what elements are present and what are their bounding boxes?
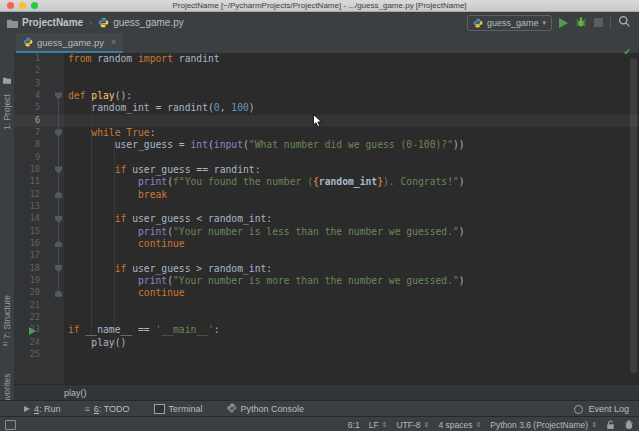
run-toolwindow-icon	[24, 406, 30, 412]
editor-scrollbar[interactable]	[630, 58, 637, 373]
run-line-gutter-icon[interactable]	[29, 327, 36, 335]
code-line[interactable]: continue	[68, 238, 465, 250]
code-lines[interactable]: from random import randintdef play(): ra…	[68, 53, 465, 361]
chevron-down-icon: ▾	[542, 19, 546, 27]
code-line[interactable]	[68, 115, 465, 127]
run-configuration-name: guess_game	[487, 18, 539, 28]
gutter-line-number[interactable]: 14	[14, 213, 40, 225]
code-line[interactable]	[68, 349, 465, 361]
context-breadcrumb-bar: play()	[14, 384, 639, 401]
code-editor[interactable]: 1234567891011121314151617181920212223242…	[14, 53, 639, 384]
gutter-line-number[interactable]: 21	[14, 300, 40, 312]
caret-position-widget[interactable]: 6:1	[348, 420, 360, 430]
toolwindow-event-log[interactable]: Event Log	[574, 404, 629, 414]
lock-icon[interactable]	[606, 420, 615, 430]
window-title: ProjectName [~/PycharmProjects/ProjectNa…	[0, 1, 639, 10]
code-line[interactable]: user_guess = int(input("What number did …	[68, 139, 465, 151]
navigation-bar: ProjectName › guess_game.py guess_game ▾	[0, 12, 639, 34]
gutter-line-number[interactable]: 3	[14, 78, 40, 90]
code-line[interactable]: if user_guess > random_int:	[68, 263, 465, 275]
gutter-line-number[interactable]: 20	[14, 287, 40, 299]
indent-widget[interactable]: 4 spaces⇕	[438, 420, 481, 430]
toolwindow-run[interactable]: 4: Run	[24, 404, 61, 414]
gutter-line-number[interactable]: 16	[14, 238, 40, 250]
toolwindow-terminal[interactable]: Terminal	[154, 404, 203, 414]
code-line[interactable]: random_int = randint(0, 100)	[68, 102, 465, 114]
code-line[interactable]	[68, 312, 465, 324]
code-line[interactable]: break	[68, 189, 465, 201]
toolwindow-todo[interactable]: ≡ 6: TODO	[85, 404, 130, 414]
code-line[interactable]	[68, 65, 465, 77]
editor-tab-bar: guess_game.py ×	[14, 33, 639, 54]
mouse-cursor	[313, 114, 323, 132]
event-log-icon	[574, 405, 583, 414]
gutter-line-number[interactable]: 7	[14, 127, 40, 139]
gutter-numbers: 1234567891011121314151617181920212223242…	[14, 53, 40, 361]
gutter-line-number[interactable]: 5	[14, 102, 40, 114]
context-function[interactable]: play()	[64, 388, 87, 398]
gutter-line-number[interactable]: 6	[14, 115, 40, 127]
code-line[interactable]: if __name__ == '__main__':	[68, 324, 465, 336]
run-toolbar: guess_game ▾	[467, 12, 631, 33]
inspection-ok-icon[interactable]: ✔	[623, 47, 631, 57]
gutter-line-number[interactable]: 13	[14, 201, 40, 213]
folder-icon	[7, 14, 18, 32]
nav-project-name[interactable]: ProjectName	[22, 17, 83, 28]
python-file-icon	[98, 14, 109, 32]
gutter-line-number[interactable]: 25	[14, 349, 40, 361]
tab-guess-game[interactable]: guess_game.py ×	[16, 33, 123, 53]
status-bar: 6:1 LF⇕ UTF-8⇕ 4 spaces⇕ Python 3.6 (Pro…	[0, 416, 639, 431]
gutter-line-number[interactable]: 17	[14, 250, 40, 262]
code-line[interactable]: if user_guess < random_int:	[68, 213, 465, 225]
gutter-line-number[interactable]: 24	[14, 337, 40, 349]
debug-button[interactable]	[575, 14, 587, 32]
gutter-line-number[interactable]: 23	[14, 324, 40, 336]
encoding-widget[interactable]: UTF-8⇕	[396, 420, 429, 430]
code-line[interactable]	[68, 152, 465, 164]
code-line[interactable]: def play():	[68, 90, 465, 102]
nav-file-name[interactable]: guess_game.py	[113, 17, 184, 28]
structure-tool-icon: ≡	[3, 341, 8, 349]
code-line[interactable]: print("Your number is more than the numb…	[68, 275, 465, 287]
code-line[interactable]: print(f"You found the number ({random_in…	[68, 176, 465, 188]
tab-label: guess_game.py	[37, 37, 104, 48]
gutter-line-number[interactable]: 11	[14, 176, 40, 188]
code-line[interactable]	[68, 250, 465, 262]
python-console-icon	[227, 403, 237, 415]
toolwindow-toggle-icon[interactable]	[5, 420, 16, 430]
gutter-line-number[interactable]: 4	[14, 90, 40, 102]
code-line[interactable]	[68, 78, 465, 90]
chevron-right-icon: ›	[89, 18, 92, 28]
stop-button	[594, 18, 603, 27]
code-line[interactable]: while True:	[68, 127, 465, 139]
code-line[interactable]	[68, 300, 465, 312]
code-line[interactable]: from random import randint	[68, 53, 465, 65]
search-everywhere-icon[interactable]	[618, 14, 631, 32]
sidebar-item-project[interactable]: 1: Project	[2, 94, 12, 130]
toolbar-separator	[610, 16, 611, 29]
gutter-line-number[interactable]: 18	[14, 263, 40, 275]
code-line[interactable]: play()	[68, 337, 465, 349]
run-button[interactable]	[559, 18, 568, 28]
code-line[interactable]: if user_guess == randint:	[68, 164, 465, 176]
gutter-line-number[interactable]: 8	[14, 139, 40, 151]
line-separator-widget[interactable]: LF⇕	[369, 420, 388, 430]
gutter-line-number[interactable]: 9	[14, 152, 40, 164]
gutter-line-number[interactable]: 12	[14, 189, 40, 201]
close-tab-icon[interactable]: ×	[111, 37, 116, 47]
code-line[interactable]	[68, 201, 465, 213]
interpreter-widget[interactable]: Python 3.6 (ProjectName)⇕	[490, 420, 597, 430]
code-line[interactable]: print("Your number is less than the numb…	[68, 226, 465, 238]
sidebar-item-structure[interactable]: 7: Structure	[2, 295, 12, 339]
code-line[interactable]: continue	[68, 287, 465, 299]
gutter-line-number[interactable]: 15	[14, 226, 40, 238]
gutter-line-number[interactable]: 19	[14, 275, 40, 287]
hector-inspector-icon[interactable]	[624, 420, 634, 430]
gutter-line-number[interactable]: 2	[14, 65, 40, 77]
left-tool-stripe: 1: Project 7: Structure ≡ 2: Favorites ★	[0, 33, 15, 400]
run-configuration-select[interactable]: guess_game ▾	[467, 15, 552, 31]
gutter-line-number[interactable]: 22	[14, 312, 40, 324]
gutter-line-number[interactable]: 1	[14, 53, 40, 65]
gutter-line-number[interactable]: 10	[14, 164, 40, 176]
toolwindow-python-console[interactable]: Python Console	[227, 403, 305, 415]
